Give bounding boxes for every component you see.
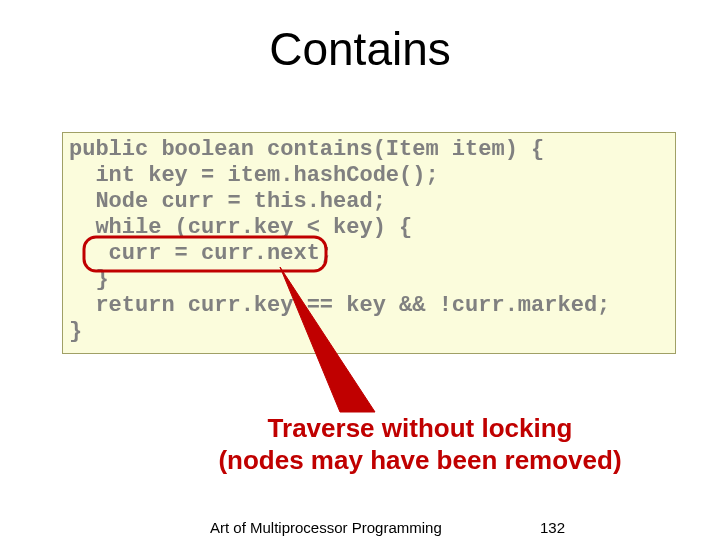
code-line-6: }: [69, 267, 109, 292]
code-line-7: return curr.key == key && !curr.marked;: [69, 293, 610, 318]
footer-text: Art of Multiprocessor Programming: [210, 519, 442, 536]
slide-title: Contains: [0, 22, 720, 76]
caption-line-1: Traverse without locking: [268, 413, 573, 443]
code-line-2: int key = item.hashCode();: [69, 163, 439, 188]
code-line-5: curr = curr.next;: [69, 241, 333, 266]
code-line-3: Node curr = this.head;: [69, 189, 386, 214]
code-line-8: }: [69, 319, 82, 344]
caption-line-2: (nodes may have been removed): [218, 445, 621, 475]
caption: Traverse without locking (nodes may have…: [170, 412, 670, 476]
code-box: public boolean contains(Item item) { int…: [62, 132, 676, 354]
code-line-4: while (curr.key < key) {: [69, 215, 412, 240]
slide: Contains public boolean contains(Item it…: [0, 22, 720, 540]
page-number: 132: [540, 519, 565, 536]
code-line-1: public boolean contains(Item item) {: [69, 137, 544, 162]
